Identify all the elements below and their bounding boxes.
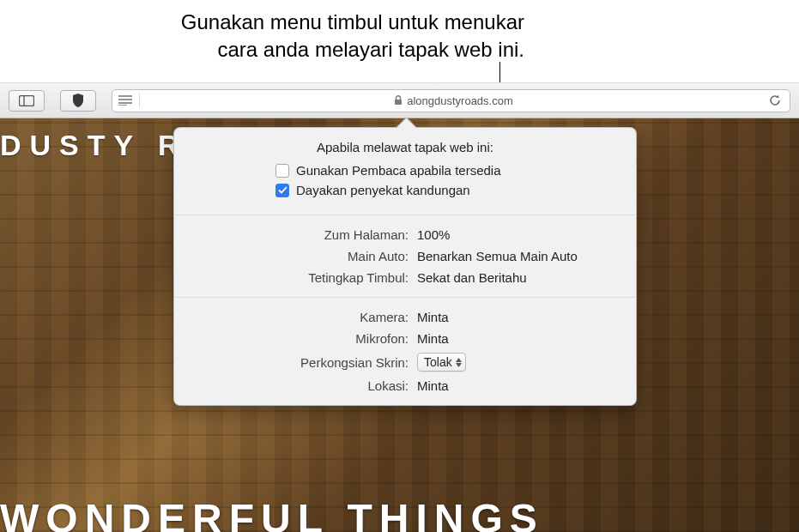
updown-arrows-icon xyxy=(456,358,462,367)
annotation-line1: Gunakan menu timbul untuk menukar xyxy=(181,10,524,33)
mic-select[interactable]: Minta xyxy=(417,331,449,346)
hero-text-top: DUSTY R xyxy=(0,129,188,162)
zoom-select[interactable]: 100% xyxy=(417,227,450,242)
blocker-checkbox[interactable] xyxy=(275,184,289,197)
url-text: alongdustyroads.com xyxy=(407,94,513,107)
page-content: DUSTY R WONDERFUL THINGS Apabila melawat… xyxy=(0,118,799,532)
url-bar[interactable]: alongdustyroads.com xyxy=(112,89,790,112)
camera-select[interactable]: Minta xyxy=(417,310,449,324)
reader-view-button[interactable] xyxy=(118,93,140,108)
browser-toolbar: alongdustyroads.com xyxy=(0,82,799,118)
lock-icon xyxy=(394,95,403,106)
mic-label: Mikrofon: xyxy=(190,331,417,346)
popup-select[interactable]: Sekat dan Beritahu xyxy=(417,270,527,285)
blocker-checkbox-label: Dayakan penyekat kandungan xyxy=(296,183,470,197)
hero-text-bottom: WONDERFUL THINGS xyxy=(0,495,544,532)
screenshare-select-value: Tolak xyxy=(424,355,452,369)
reader-checkbox[interactable] xyxy=(275,164,289,178)
svg-rect-0 xyxy=(20,95,34,106)
blocker-checkbox-row[interactable]: Dayakan penyekat kandungan xyxy=(275,183,620,197)
camera-label: Kamera: xyxy=(190,310,417,324)
reader-checkbox-row[interactable]: Gunakan Pembaca apabila tersedia xyxy=(275,163,620,178)
privacy-shield-button[interactable] xyxy=(60,90,96,112)
reader-icon xyxy=(118,95,132,106)
browser-window: alongdustyroads.com DUSTY R WONDERFUL TH… xyxy=(0,82,799,532)
shield-icon xyxy=(72,94,84,107)
reader-checkbox-label: Gunakan Pembaca apabila tersedia xyxy=(296,163,501,178)
location-select[interactable]: Minta xyxy=(417,378,449,393)
screenshare-label: Perkongsian Skrin: xyxy=(190,355,417,370)
annotation-caption: Gunakan menu timbul untuk menukar cara a… xyxy=(154,9,524,64)
sidebar-toggle-button[interactable] xyxy=(9,90,45,112)
location-label: Lokasi: xyxy=(190,378,417,393)
url-display: alongdustyroads.com xyxy=(150,94,757,107)
popup-label: Tetingkap Timbul: xyxy=(190,270,417,285)
reload-button[interactable] xyxy=(766,94,784,106)
svg-rect-6 xyxy=(395,100,402,105)
screenshare-select[interactable]: Tolak xyxy=(417,353,466,372)
reload-icon xyxy=(769,94,781,106)
annotation-line2: cara anda melayari tapak web ini. xyxy=(217,38,524,61)
autoplay-select[interactable]: Benarkan Semua Main Auto xyxy=(417,249,578,263)
zoom-label: Zum Halaman: xyxy=(190,227,417,242)
autoplay-label: Main Auto: xyxy=(190,249,417,263)
popover-title: Apabila melawat tapak web ini: xyxy=(190,140,620,154)
sidebar-icon xyxy=(19,95,34,106)
website-settings-popover: Apabila melawat tapak web ini: Gunakan P… xyxy=(173,127,637,406)
